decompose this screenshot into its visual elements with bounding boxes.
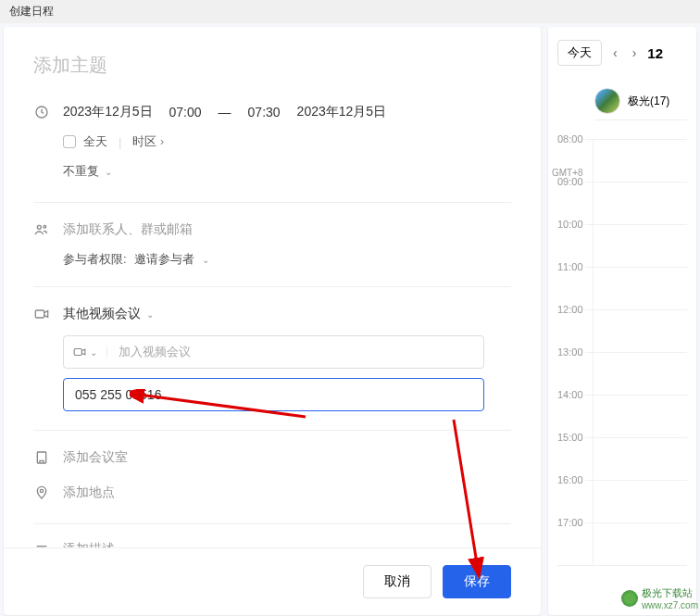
people-icon (33, 222, 50, 237)
time-label: 08:00 (556, 133, 585, 145)
repeat-selector[interactable]: 不重复 ⌄ (63, 163, 511, 180)
calendar-header: 今天 ‹ › 12 (557, 40, 687, 66)
start-date[interactable]: 2023年12月5日 (63, 104, 153, 120)
next-button[interactable]: › (629, 44, 641, 62)
end-time[interactable]: 07:30 (248, 105, 281, 119)
video-meeting-label[interactable]: 其他视频会议⌄ (63, 306, 154, 322)
location-input[interactable]: 添加地点 (63, 484, 115, 501)
user-name: 极光(17) (628, 94, 669, 109)
create-event-panel: 添加主题 2023年12月5日 07:00 — 07:30 2023年12月5日… (4, 27, 541, 615)
svg-rect-5 (37, 452, 45, 463)
permission-row[interactable]: 参与者权限: 邀请参与者 ⌄ (63, 251, 511, 268)
timezone-link[interactable]: 时区 › (132, 133, 164, 150)
event-title-input[interactable]: 添加主题 (33, 53, 511, 78)
video-meeting-section: 其他视频会议⌄ ⌄ 加入视频会议 055 255 05516 (33, 286, 511, 411)
save-button[interactable]: 保存 (443, 565, 511, 598)
datetime-row: 2023年12月5日 07:00 — 07:30 2023年12月5日 (33, 104, 511, 120)
prev-button[interactable]: ‹ (609, 44, 621, 62)
chevron-down-icon: ⌄ (202, 255, 209, 265)
window-title: 创建日程 (0, 0, 700, 23)
room-section: 添加会议室 (33, 430, 511, 466)
today-button[interactable]: 今天 (557, 40, 602, 66)
location-row: 添加地点 (33, 484, 511, 501)
time-slot[interactable]: 17:00 (557, 523, 687, 566)
repeat-value: 不重复 (63, 163, 99, 180)
svg-rect-4 (74, 349, 81, 356)
divider: | (119, 135, 121, 149)
watermark-name: 极光下载站 (642, 586, 698, 600)
time-grid[interactable]: 08:0009:0010:0011:0012:0013:0014:0015:00… (557, 139, 687, 566)
chevron-down-icon: ⌄ (146, 309, 154, 320)
avatar (594, 88, 620, 114)
attendees-input[interactable]: 添加联系人、群或邮箱 (63, 221, 193, 238)
allday-label: 全天 (83, 133, 107, 150)
time-label: 15:00 (556, 432, 585, 443)
time-label: 09:00 (556, 176, 585, 187)
watermark-logo-icon (621, 590, 638, 607)
cancel-button[interactable]: 取消 (363, 565, 431, 598)
datetime-values[interactable]: 2023年12月5日 07:00 — 07:30 2023年12月5日 (63, 104, 386, 120)
svg-rect-3 (35, 310, 44, 318)
location-icon (33, 485, 50, 500)
time-label: 12:00 (556, 304, 585, 315)
time-label: 17:00 (556, 517, 585, 528)
form-body: 添加主题 2023年12月5日 07:00 — 07:30 2023年12月5日… (4, 27, 541, 547)
description-input[interactable]: 添加描述 (63, 541, 115, 547)
video-icon (33, 307, 50, 321)
room-input[interactable]: 添加会议室 (63, 449, 128, 466)
time-label: 13:00 (556, 346, 585, 358)
allday-checkbox[interactable] (63, 135, 76, 148)
footer: 取消 保存 (4, 547, 541, 615)
watermark: 极光下载站 www.xz7.com (621, 586, 698, 610)
end-date[interactable]: 2023年12月5日 (297, 104, 387, 120)
permission-label: 参与者权限: (63, 251, 127, 268)
svg-point-1 (37, 225, 41, 229)
time-label: 11:00 (556, 261, 585, 272)
user-row[interactable]: 极光(17) (594, 82, 687, 120)
meeting-type-selector[interactable]: ⌄ (64, 346, 107, 358)
time-label: 10:00 (556, 219, 585, 230)
room-icon (33, 450, 50, 465)
attendees-section: 添加联系人、群或邮箱 参与者权限: 邀请参与者 ⌄ (33, 202, 511, 268)
chevron-right-icon: › (160, 135, 164, 148)
svg-point-2 (44, 225, 46, 228)
meeting-code-value: 055 255 05516 (75, 387, 161, 402)
main-container: 添加主题 2023年12月5日 07:00 — 07:30 2023年12月5日… (0, 23, 700, 616)
clock-icon (33, 105, 50, 119)
time-label: 16:00 (556, 474, 585, 485)
svg-point-6 (40, 489, 43, 492)
description-section: 添加描述 (33, 523, 511, 547)
permission-value: 邀请参与者 (134, 251, 194, 268)
time-separator: — (219, 105, 231, 119)
time-label: 14:00 (556, 389, 585, 400)
watermark-url: www.xz7.com (642, 600, 698, 610)
chevron-down-icon: ⌄ (90, 347, 97, 358)
chevron-down-icon: ⌄ (105, 167, 112, 177)
meeting-code-input[interactable]: 055 255 05516 (63, 378, 484, 411)
join-meeting-row[interactable]: ⌄ 加入视频会议 (63, 335, 484, 369)
calendar-panel: 今天 ‹ › 12 极光(17) GMT+8 08:0009:0010:0011… (548, 27, 696, 615)
start-time[interactable]: 07:00 (169, 105, 202, 119)
join-meeting-label: 加入视频会议 (107, 344, 191, 360)
allday-row: 全天 | 时区 › (63, 133, 511, 150)
month-label: 12 (647, 45, 663, 61)
